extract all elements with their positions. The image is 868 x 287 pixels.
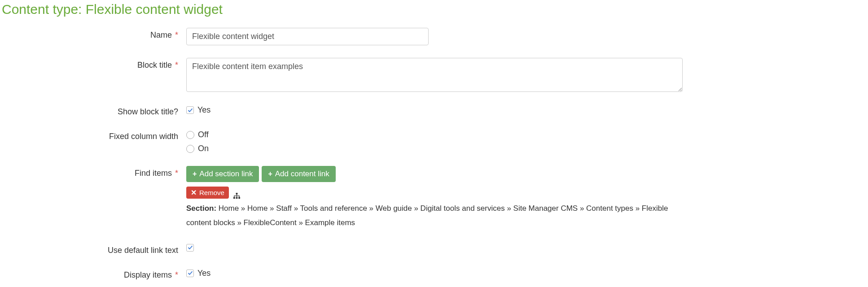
breadcrumb: Home » Home » Staff » Tools and referenc… bbox=[186, 204, 668, 227]
row-block-title: Block title * Flexible content item exam… bbox=[4, 58, 864, 92]
remove-button[interactable]: ✕ Remove bbox=[186, 187, 229, 199]
row-display-items: Display items * Yes bbox=[4, 268, 864, 280]
required-mark: * bbox=[173, 30, 178, 39]
block-title-textarea[interactable]: Flexible content item examples bbox=[186, 58, 683, 92]
check-icon bbox=[188, 108, 193, 113]
section-prefix: Section: bbox=[186, 204, 216, 213]
svg-rect-0 bbox=[236, 193, 237, 195]
show-block-title-checkbox[interactable] bbox=[186, 106, 194, 114]
svg-rect-1 bbox=[233, 197, 235, 199]
required-mark: * bbox=[173, 61, 178, 70]
plus-icon: + bbox=[193, 170, 197, 178]
required-mark: * bbox=[173, 270, 178, 279]
row-find-items: Find items * + Add section link + Add co… bbox=[4, 166, 864, 230]
x-icon: ✕ bbox=[191, 189, 197, 196]
fixed-column-width-label: Fixed column width bbox=[4, 129, 186, 141]
check-icon bbox=[188, 270, 193, 276]
radio-on[interactable]: On bbox=[186, 144, 864, 153]
display-items-checkbox[interactable] bbox=[186, 270, 194, 277]
row-name: Name * bbox=[4, 28, 864, 45]
row-use-default-link-text: Use default link text bbox=[4, 243, 864, 255]
svg-rect-3 bbox=[238, 197, 240, 199]
radio-off[interactable]: Off bbox=[186, 130, 864, 139]
display-items-label: Display items * bbox=[4, 268, 186, 280]
sitemap-icon bbox=[233, 190, 240, 196]
use-default-link-text-checkbox[interactable] bbox=[186, 244, 194, 252]
add-content-link-button[interactable]: + Add content link bbox=[262, 166, 335, 182]
name-label: Name * bbox=[4, 28, 186, 40]
plus-icon: + bbox=[268, 170, 272, 178]
add-section-link-button[interactable]: + Add section link bbox=[186, 166, 259, 182]
content-type-form: Name * Block title * Flexible content it… bbox=[0, 28, 868, 280]
fixed-column-width-radio-group: Off On bbox=[186, 129, 864, 153]
section-line: ✕ Remove Section: Home » Home » Staff » … bbox=[186, 187, 689, 230]
show-block-title-checkbox-label: Yes bbox=[197, 105, 210, 115]
name-input[interactable] bbox=[186, 28, 429, 45]
display-items-checkbox-label: Yes bbox=[197, 269, 210, 278]
show-block-title-label: Show block title? bbox=[4, 104, 186, 117]
check-icon bbox=[188, 245, 193, 250]
find-items-label: Find items * bbox=[4, 166, 186, 178]
use-default-link-text-label: Use default link text bbox=[4, 243, 186, 255]
required-mark: * bbox=[173, 169, 178, 178]
radio-label-off: Off bbox=[198, 130, 209, 139]
svg-rect-2 bbox=[236, 197, 237, 199]
radio-label-on: On bbox=[198, 144, 209, 153]
radio-circle-on bbox=[186, 145, 194, 153]
row-fixed-column-width: Fixed column width Off On bbox=[4, 129, 864, 153]
page-title: Content type: Flexible content widget bbox=[2, 2, 868, 17]
row-show-block-title: Show block title? Yes bbox=[4, 104, 864, 117]
block-title-label: Block title * bbox=[4, 58, 186, 70]
radio-circle-off bbox=[186, 131, 194, 139]
